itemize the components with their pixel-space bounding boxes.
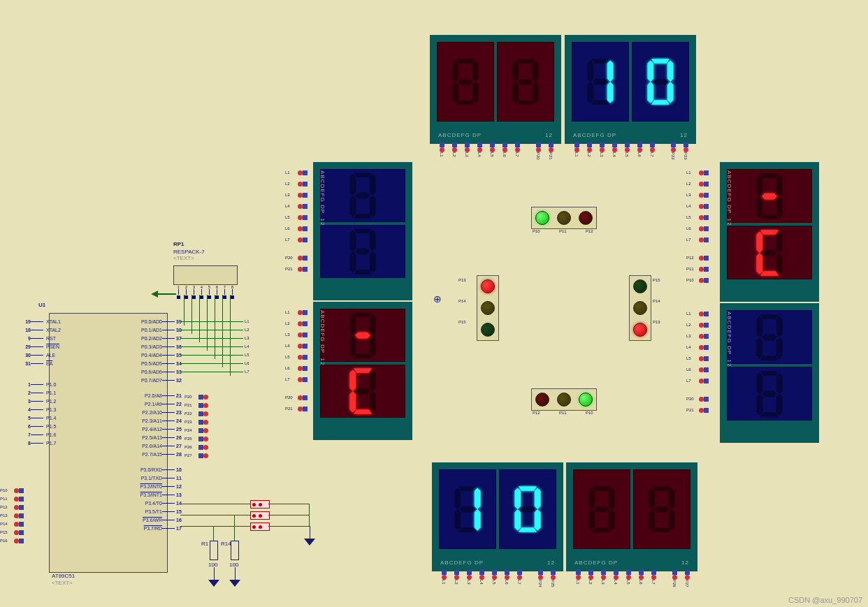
svg-marker-70 [760, 314, 779, 319]
display-bottom-blue[interactable]: ABCDEFG DP12 [432, 462, 563, 571]
svg-marker-34 [355, 193, 370, 199]
svg-marker-37 [370, 251, 376, 273]
svg-marker-5 [452, 60, 458, 82]
svg-marker-54 [349, 370, 356, 391]
r14-ref: R14 [221, 541, 231, 547]
traffic-left-labels: P13 P14 P15 [458, 278, 466, 331]
switch-1[interactable] [250, 500, 270, 509]
svg-marker-98 [593, 486, 611, 491]
svg-marker-21 [651, 59, 670, 64]
svg-marker-91 [519, 486, 537, 491]
svg-marker-26 [647, 60, 653, 82]
svg-marker-87 [458, 527, 477, 532]
svg-marker-38 [354, 270, 372, 275]
svg-marker-80 [760, 412, 779, 417]
svg-marker-90 [460, 506, 475, 513]
p2-net-terminals: P20P21P22P23P24P25P26P27 [185, 393, 208, 460]
display-right-blue[interactable]: ABCDEFG DP 12 [720, 303, 819, 443]
svg-marker-86 [475, 509, 481, 531]
svg-marker-61 [756, 175, 762, 196]
svg-marker-41 [355, 249, 370, 255]
switch-3[interactable] [250, 522, 270, 531]
traffic-light-left[interactable] [477, 275, 499, 341]
display-left-red-pins: L1L2L3L4L5L6L7P20P21 [285, 307, 308, 414]
svg-marker-67 [756, 253, 762, 275]
svg-marker-101 [593, 527, 611, 532]
svg-marker-65 [776, 253, 783, 275]
svg-marker-46 [349, 335, 356, 357]
switch-2[interactable] [250, 511, 270, 520]
svg-marker-14 [591, 59, 609, 64]
svg-marker-58 [776, 196, 783, 218]
svg-marker-42 [354, 312, 372, 317]
gnd-r1 [207, 567, 221, 587]
display-left-blue[interactable]: ABCDEFG DP 12 [313, 162, 412, 300]
display-top-blue[interactable]: ABCDEFG DP12 [565, 35, 696, 144]
svg-marker-48 [355, 332, 370, 339]
svg-marker-82 [756, 372, 762, 394]
p0-net-labels: L1L2L3L4L5L6L7 [245, 317, 249, 376]
svg-marker-111 [654, 506, 670, 513]
gnd-switches [303, 526, 317, 546]
svg-marker-39 [349, 251, 356, 273]
svg-marker-95 [514, 509, 521, 531]
svg-marker-19 [587, 60, 593, 82]
svg-marker-81 [756, 394, 762, 416]
svg-marker-55 [355, 388, 370, 395]
svg-marker-76 [762, 334, 777, 340]
svg-marker-59 [760, 214, 779, 219]
svg-marker-77 [760, 371, 779, 376]
svg-marker-15 [607, 60, 614, 82]
svg-marker-52 [354, 409, 372, 414]
svg-marker-97 [520, 506, 535, 513]
svg-marker-25 [647, 82, 653, 103]
svg-marker-23 [667, 82, 674, 103]
traffic-top-labels: P10 P11 P12 [533, 229, 602, 233]
svg-marker-6 [458, 79, 473, 85]
traffic-light-right[interactable] [629, 275, 651, 341]
svg-marker-16 [607, 82, 614, 103]
svg-marker-66 [760, 271, 779, 276]
svg-marker-69 [762, 249, 777, 256]
display-left-red[interactable]: ABCDEFG DP 12 [313, 302, 412, 440]
svg-marker-84 [458, 486, 477, 491]
svg-marker-2 [472, 82, 479, 103]
display-top-blue-pins: L1L2L3L4L5L6L7P22P23 [572, 142, 690, 160]
svg-marker-94 [519, 527, 537, 532]
resistor-r14[interactable] [231, 541, 239, 560]
display-top-red-pins: L1L2L3L4L5L6L7P20P21 [437, 142, 556, 160]
svg-marker-79 [776, 394, 783, 416]
display-top-red[interactable]: ABCDEFG DP12 [430, 35, 561, 144]
mcu-ref: U1 [38, 302, 45, 308]
svg-marker-57 [776, 175, 783, 196]
svg-marker-24 [651, 100, 670, 105]
svg-marker-3 [456, 100, 475, 105]
svg-marker-28 [354, 173, 372, 177]
svg-marker-1 [472, 60, 479, 82]
respack-text: <TEXT> [173, 255, 194, 261]
svg-marker-93 [535, 509, 541, 531]
svg-marker-40 [349, 230, 356, 251]
mcu-part: AT89C51 [52, 573, 75, 579]
svg-marker-102 [588, 509, 595, 531]
traffic-light-bottom[interactable] [531, 388, 597, 411]
svg-marker-88 [454, 509, 461, 531]
svg-marker-73 [760, 356, 779, 360]
svg-marker-32 [349, 196, 356, 217]
display-bottom-red[interactable]: ABCDEFG DP12 [566, 462, 697, 571]
svg-marker-99 [609, 488, 615, 509]
respack[interactable] [173, 265, 238, 285]
watermark: CSDN @axu_990707 [788, 596, 862, 604]
svg-marker-50 [370, 370, 376, 391]
resistor-r1[interactable] [210, 541, 218, 560]
svg-marker-4 [452, 82, 458, 103]
display-right-red[interactable]: ABCDEFG DP 12 [720, 162, 819, 302]
traffic-light-top[interactable] [531, 207, 597, 229]
svg-marker-108 [653, 527, 671, 532]
traffic-bottom-labels: P12 P11 P10 [533, 411, 602, 415]
svg-marker-47 [349, 314, 356, 335]
respack-part: RESPACK-7 [173, 249, 205, 255]
svg-marker-17 [591, 100, 609, 105]
svg-marker-106 [669, 488, 675, 509]
svg-marker-8 [533, 60, 539, 82]
